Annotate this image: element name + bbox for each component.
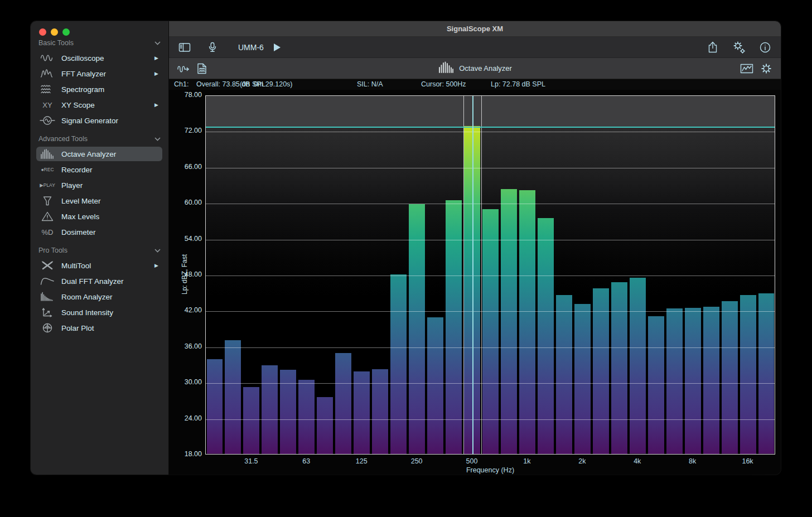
section-header-advanced-tools[interactable]: Advanced Tools — [31, 133, 168, 145]
y-tick-30.00: 30.00 — [175, 378, 202, 386]
sidebar-item-label: FFT Analyzer — [61, 70, 106, 78]
sidebar-item-multitool[interactable]: MultiTool▶ — [31, 258, 168, 273]
sidebar-item-label: Dual FFT Analyzer — [61, 277, 124, 286]
octave-bar-1.6k[interactable] — [556, 295, 572, 455]
sidebar-item-sound-intensity[interactable]: Sound Intensity — [31, 305, 168, 320]
sidebar-toggle-icon[interactable] — [178, 41, 191, 54]
octave-bars-icon — [438, 61, 453, 76]
sidebar-item-spectrogram[interactable]: Spectrogram — [31, 81, 168, 97]
input-device-label[interactable]: UMM-6 — [238, 43, 264, 52]
octave-bar-2k[interactable] — [574, 304, 591, 454]
octave-bar-63[interactable] — [298, 380, 315, 454]
sidebar-item-label: MultiTool — [61, 262, 91, 270]
zoom-window-button[interactable] — [62, 28, 70, 36]
sidebar-item-polar-plot[interactable]: Polar Plot — [31, 320, 168, 336]
octave-bar-5k[interactable] — [648, 316, 664, 454]
octave-bar-40[interactable] — [262, 365, 278, 454]
octave-bar-10k[interactable] — [703, 307, 719, 454]
play-button[interactable] — [273, 43, 282, 52]
octave-bar-20[interactable] — [207, 359, 223, 454]
sidebar-item-room-analyzer[interactable]: Room Analyzer — [31, 289, 168, 305]
player-icon: ▶PLAY — [38, 179, 57, 191]
octave-bar-50[interactable] — [280, 370, 296, 454]
sidebar-item-player[interactable]: ▶PLAYPlayer — [31, 177, 168, 193]
sidebar-item-label: Recorder — [61, 166, 93, 174]
sidebar-item-signal-generator[interactable]: Signal Generator — [31, 113, 168, 128]
octave-bar-1.25k[interactable] — [538, 218, 554, 454]
octave-bar-630[interactable] — [482, 209, 499, 454]
octave-bar-160[interactable] — [372, 369, 388, 454]
octave-bar-80[interactable] — [317, 397, 333, 454]
close-window-button[interactable] — [39, 28, 46, 36]
octave-bar-200[interactable] — [390, 274, 407, 454]
fft-analyzer-icon — [38, 67, 57, 80]
sidebar-item-label: Dosimeter — [61, 228, 96, 236]
section-label: Basic Tools — [38, 39, 74, 47]
sidebar-item-xy-scope[interactable]: XYXY Scope▶ — [31, 97, 168, 113]
sidebar-item-max-levels[interactable]: Max Levels — [31, 209, 168, 224]
status-sil: SIL: N/A — [357, 80, 383, 88]
sidebar-item-label: Level Meter — [61, 197, 101, 205]
cursor-band-edge-left — [463, 96, 464, 454]
max-levels-icon — [38, 210, 57, 223]
sidebar-item-octave-analyzer[interactable]: Octave Analyzer — [31, 146, 168, 162]
frequency-cursor-line[interactable] — [472, 96, 473, 454]
share-icon[interactable] — [706, 41, 719, 54]
display-options-icon[interactable] — [740, 62, 754, 75]
sidebar-item-oscilloscope[interactable]: Oscilloscope▶ — [31, 50, 168, 66]
data-file-icon[interactable] — [196, 62, 208, 75]
settings-gears-icon[interactable] — [732, 40, 746, 55]
status-cursor: Cursor: 500Hz — [421, 80, 466, 88]
minimize-window-button[interactable] — [51, 28, 58, 36]
sidebar-item-label: Player — [61, 181, 83, 190]
y-tick-24.00: 24.00 — [175, 414, 202, 422]
sidebar-item-label: Polar Plot — [61, 324, 94, 332]
octave-bar-250[interactable] — [409, 204, 425, 454]
octave-bar-20k[interactable] — [758, 293, 775, 454]
dual-fft-analyzer-icon — [38, 275, 57, 287]
section-header-pro-tools[interactable]: Pro Tools — [31, 244, 168, 257]
octave-bar-400[interactable] — [446, 200, 462, 454]
octave-bar-16k[interactable] — [740, 295, 756, 455]
sidebar-item-dual-fft-analyzer[interactable]: Dual FFT Analyzer — [31, 273, 168, 289]
octave-bar-800[interactable] — [501, 189, 517, 454]
x-tick-8k: 8k — [689, 457, 696, 465]
sidebar-item-recorder[interactable]: ●RECRecorder — [31, 162, 168, 177]
submenu-arrow-icon: ▶ — [154, 102, 158, 108]
sidebar-item-level-meter[interactable]: Level Meter — [31, 193, 168, 209]
room-analyzer-icon — [38, 291, 57, 303]
status-elapsed: (0h 0m 29.120s) — [240, 80, 293, 88]
sidebar-item-fft-analyzer[interactable]: FFT Analyzer▶ — [31, 66, 168, 81]
octave-bar-6.3k[interactable] — [666, 308, 683, 454]
cursor-band-edge-right — [481, 96, 482, 454]
chevron-down-icon — [154, 135, 161, 143]
y-tick-18.00: 18.00 — [175, 450, 202, 458]
chevron-down-icon — [154, 39, 161, 47]
octave-bar-8k[interactable] — [685, 308, 701, 454]
oscilloscope-icon — [38, 52, 57, 64]
octave-bar-25[interactable] — [225, 340, 241, 454]
octave-bar-3.15k[interactable] — [611, 282, 627, 454]
octave-bar-31.5[interactable] — [243, 387, 259, 454]
octave-bar-1k[interactable] — [519, 190, 535, 454]
gridline-48dB — [206, 276, 775, 276]
octave-bar-100[interactable] — [335, 353, 351, 454]
info-icon[interactable] — [758, 41, 772, 54]
tool-title: Octave Analyzer — [459, 64, 512, 73]
sidebar-item-dosimeter[interactable]: %DDosimeter — [31, 224, 168, 240]
tool-settings-gear-icon[interactable] — [760, 62, 773, 75]
octave-bar-2.5k[interactable] — [593, 288, 609, 454]
signal-source-icon[interactable] — [177, 62, 190, 75]
octave-analyzer-icon — [38, 148, 57, 160]
sidebar-item-label: Signal Generator — [61, 117, 118, 125]
section-header-basic-tools[interactable]: Basic Tools — [31, 37, 168, 49]
submenu-arrow-icon: ▶ — [154, 55, 158, 61]
window-title: SignalScope XM — [447, 25, 503, 33]
octave-bar-315[interactable] — [427, 317, 443, 454]
octave-bar-12.5k[interactable] — [722, 301, 738, 454]
microphone-icon[interactable] — [206, 41, 219, 54]
sidebar-item-label: Room Analyzer — [61, 293, 113, 301]
octave-bar-4k[interactable] — [630, 278, 646, 454]
level-meter-icon — [38, 195, 57, 207]
main-panel: SignalScope XM UMM-6 — [169, 21, 781, 475]
